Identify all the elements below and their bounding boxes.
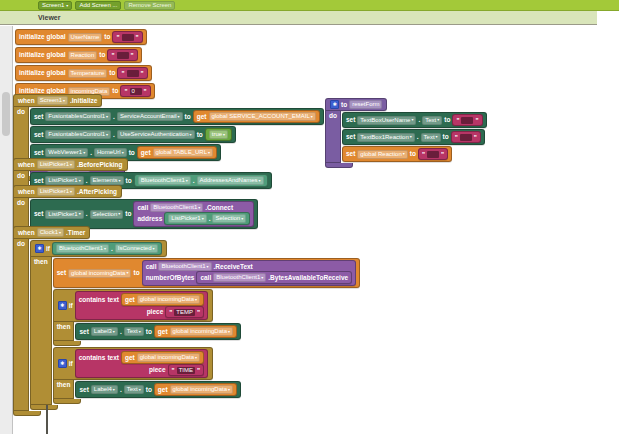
dropdown-field[interactable]: AddressesAndNames▾ bbox=[197, 176, 264, 185]
empty-text-block[interactable]: "" bbox=[112, 31, 142, 43]
dropdown-field[interactable]: global SERVICE_ACCOUNT_EMAIL▾ bbox=[209, 112, 316, 121]
block-stack-globals[interactable]: initialize globalUserNameto""initialize … bbox=[15, 29, 155, 101]
listpicker1-selection-getter-block[interactable]: ListPicker1▾.Selection▾ bbox=[164, 212, 250, 225]
dropdown-field[interactable]: ListPicker1▾ bbox=[37, 187, 75, 196]
dropdown-field[interactable]: Screen1▾ bbox=[37, 96, 68, 105]
string-input[interactable] bbox=[460, 134, 472, 141]
text-temp-block[interactable]: "TEMP" bbox=[165, 306, 204, 318]
dropdown-field[interactable]: TextBoxUserName▾ bbox=[357, 116, 416, 125]
dropdown-field[interactable]: Text▾ bbox=[422, 116, 442, 125]
empty-text-block[interactable]: "" bbox=[117, 67, 147, 79]
empty-text-block[interactable]: "" bbox=[418, 148, 448, 160]
dropdown-field[interactable]: global incomingData▾ bbox=[170, 327, 233, 336]
dropdown-field[interactable]: global Reaction▾ bbox=[357, 150, 407, 159]
get-global-incomingdata-block[interactable]: getglobal incomingData▾ bbox=[154, 325, 237, 338]
set-textboxusername-text-block[interactable]: setTextBoxUserName▾.Text▾to"" bbox=[342, 112, 487, 128]
set-global-incomingdata-block[interactable]: setglobal incomingData▾tocallBluetoothCl… bbox=[53, 258, 360, 288]
dropdown-field[interactable]: TextBox1Reaction▾ bbox=[357, 133, 414, 142]
dropdown-field[interactable]: Elements▾ bbox=[90, 176, 124, 185]
dropdown-field[interactable]: Clock1▾ bbox=[37, 228, 64, 237]
blocks-canvas[interactable]: initialize globalUserNameto""initialize … bbox=[0, 0, 619, 434]
dropdown-field[interactable]: UserName bbox=[68, 33, 103, 42]
mutator-icon[interactable]: ✱ bbox=[58, 359, 67, 368]
dropdown-field[interactable]: UseServiceAuthentication▾ bbox=[117, 130, 195, 139]
dropdown-field[interactable]: WebViewer1▾ bbox=[45, 148, 88, 157]
dropdown-field[interactable]: BluetoothClient1▾ bbox=[150, 203, 203, 212]
dropdown-field[interactable]: Label4▾ bbox=[91, 385, 118, 394]
empty-text-block[interactable]: "" bbox=[452, 114, 482, 126]
dropdown-field[interactable]: Reaction bbox=[68, 51, 98, 60]
initialize-global-username-block[interactable]: initialize globalUserNameto"" bbox=[15, 29, 147, 45]
if-contains-time-block[interactable]: ✱ifcontainstextgetglobal incomingData▾pi… bbox=[53, 347, 241, 404]
if-contains-temp-block[interactable]: ✱ifcontainstextgetglobal incomingData▾pi… bbox=[53, 289, 241, 346]
dropdown-field[interactable]: ListPicker1▾ bbox=[168, 214, 206, 223]
dropdown-field[interactable]: HomeUrl▾ bbox=[94, 148, 127, 157]
dropdown-field[interactable]: FusiontablesControl1▾ bbox=[45, 130, 111, 139]
set-listpicker1-selection-block[interactable]: setListPicker1▾.Selection▾tocallBluetoot… bbox=[30, 199, 258, 229]
dropdown-field[interactable]: global incomingData▾ bbox=[68, 269, 131, 278]
string-input[interactable] bbox=[427, 151, 439, 158]
set-label3-text-block[interactable]: setLabel3▾.Text▾togetglobal incomingData… bbox=[75, 323, 241, 340]
scrollbar-thumb[interactable] bbox=[2, 92, 10, 136]
empty-text-block[interactable]: "" bbox=[107, 49, 137, 61]
dropdown-field[interactable]: true▾ bbox=[209, 130, 228, 139]
string-input[interactable]: TIME bbox=[177, 367, 195, 374]
dropdown-field[interactable]: BluetoothClient1▾ bbox=[213, 273, 266, 282]
call-bytesavailabletoreceive-block[interactable]: callBluetoothClient1▾.BytesAvailableToRe… bbox=[196, 271, 352, 284]
dropdown-field[interactable]: ListPicker1▾ bbox=[37, 160, 75, 169]
add-screen-button[interactable]: Add Screen ... bbox=[75, 1, 121, 10]
set-useserviceauthentication-block[interactable]: setFusiontablesControl1▾.UseServiceAuthe… bbox=[30, 126, 236, 143]
get-global-incomingdata-block[interactable]: getglobal incomingData▾ bbox=[121, 293, 204, 306]
event-clock1-timer-block[interactable]: whenClock1▾.Timerdo✱ifBluetoothClient1▾.… bbox=[13, 226, 360, 416]
dropdown-field[interactable]: global incomingData▾ bbox=[170, 385, 233, 394]
remove-screen-button[interactable]: Remove Screen bbox=[124, 1, 175, 10]
logic-true-block[interactable]: true▾ bbox=[205, 128, 232, 141]
dropdown-field[interactable]: Temperature bbox=[68, 69, 108, 78]
string-input[interactable] bbox=[122, 34, 134, 41]
dropdown-field[interactable]: Text▾ bbox=[124, 385, 144, 394]
dropdown-field[interactable]: resetForm bbox=[349, 100, 382, 109]
procedure-resetform-block[interactable]: ✱toresetFormdosetTextBoxUserName▾.Text▾t… bbox=[325, 98, 487, 168]
dropdown-field[interactable]: ListPicker1▾ bbox=[45, 176, 83, 185]
block-stack-resetform-procedure[interactable]: ✱toresetFormdosetTextBoxUserName▾.Text▾t… bbox=[325, 98, 487, 170]
call-receivetext-block[interactable]: callBluetoothClient1▾.ReceiveTextnumberO… bbox=[142, 260, 357, 286]
string-input[interactable] bbox=[461, 117, 473, 124]
dropdown-field[interactable]: Selection▾ bbox=[212, 214, 246, 223]
dropdown-field[interactable]: Text▾ bbox=[124, 327, 144, 336]
mutator-icon[interactable]: ✱ bbox=[35, 244, 44, 253]
set-textbox1reaction-text-block[interactable]: setTextBox1Reaction▾.Text▾to"" bbox=[342, 129, 485, 145]
left-scrollbar[interactable] bbox=[0, 26, 13, 434]
dropdown-field[interactable]: ServiceAccountEmail▾ bbox=[117, 112, 183, 121]
dropdown-field[interactable]: IsConnected▾ bbox=[115, 244, 158, 253]
get-global-service-account-email-block[interactable]: getglobal SERVICE_ACCOUNT_EMAIL▾ bbox=[193, 110, 320, 123]
bluetoothclient1-isconnected-block[interactable]: BluetoothClient1▾.IsConnected▾ bbox=[52, 242, 162, 255]
set-label4-text-block[interactable]: setLabel4▾.Text▾togetglobal incomingData… bbox=[75, 381, 241, 398]
dropdown-field[interactable]: Selection▾ bbox=[90, 210, 124, 219]
initialize-global-reaction-block[interactable]: initialize globalReactionto"" bbox=[15, 47, 142, 63]
if-isconnected-block[interactable]: ✱ifBluetoothClient1▾.IsConnected▾thenset… bbox=[30, 240, 360, 410]
contains-text-time-block[interactable]: containstextgetglobal incomingData▾piece… bbox=[75, 349, 208, 378]
dropdown-field[interactable]: global incomingData▾ bbox=[137, 295, 200, 304]
get-global-incomingdata-block[interactable]: getglobal incomingData▾ bbox=[154, 383, 237, 396]
set-serviceaccountemail-block[interactable]: setFusiontablesControl1▾.ServiceAccountE… bbox=[30, 108, 324, 125]
dropdown-field[interactable]: BluetoothClient1▾ bbox=[158, 262, 211, 271]
dropdown-field[interactable]: global TABLE_URL▾ bbox=[153, 148, 214, 157]
call-bluetoothclient1-connect-block[interactable]: callBluetoothClient1▾.ConnectaddressList… bbox=[133, 201, 254, 227]
empty-text-block[interactable]: "" bbox=[451, 131, 481, 143]
dropdown-field[interactable]: Text▾ bbox=[421, 133, 441, 142]
initialize-global-temperature-block[interactable]: initialize globalTemperatureto"" bbox=[15, 65, 152, 81]
dropdown-field[interactable]: global incomingData▾ bbox=[137, 353, 200, 362]
dropdown-field[interactable]: FusiontablesControl1▾ bbox=[45, 112, 111, 121]
set-global-reaction-block[interactable]: setglobal Reaction▾to"" bbox=[342, 146, 452, 162]
mutator-icon[interactable]: ✱ bbox=[58, 301, 67, 310]
mutator-icon[interactable]: ✱ bbox=[330, 100, 339, 109]
block-stack-clock-timer[interactable]: whenClock1▾.Timerdo✱ifBluetoothClient1▾.… bbox=[13, 226, 360, 418]
dropdown-field[interactable]: ListPicker1▾ bbox=[45, 210, 83, 219]
screen-selector-button[interactable]: Screen1 ▾ bbox=[38, 1, 72, 10]
contains-text-temp-block[interactable]: containstextgetglobal incomingData▾piece… bbox=[75, 291, 208, 320]
dropdown-field[interactable]: BluetoothClient1▾ bbox=[138, 176, 191, 185]
dropdown-field[interactable]: BluetoothClient1▾ bbox=[56, 244, 109, 253]
get-global-incomingdata-block[interactable]: getglobal incomingData▾ bbox=[121, 351, 204, 364]
string-input[interactable]: TEMP bbox=[174, 309, 195, 316]
dropdown-field[interactable]: Label3▾ bbox=[91, 327, 118, 336]
